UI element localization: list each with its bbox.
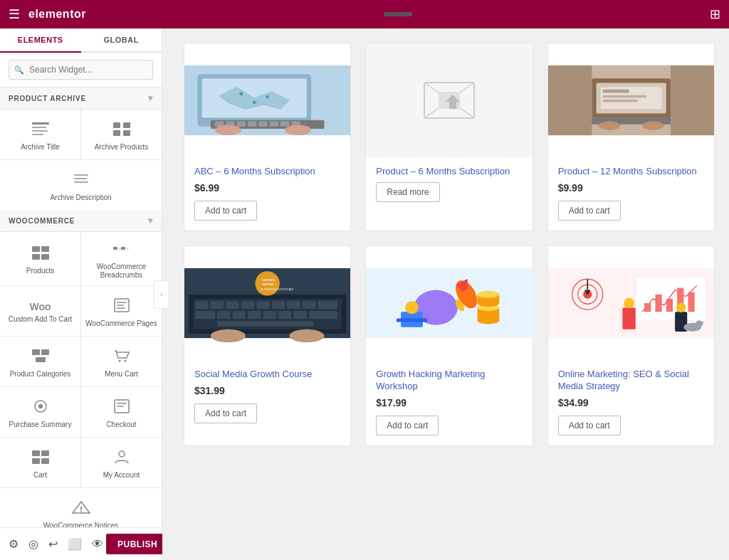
svg-rect-17: [121, 247, 125, 250]
svg-rect-4: [113, 122, 120, 128]
svg-rect-49: [237, 121, 246, 126]
widget-my-account[interactable]: My Account: [81, 438, 162, 487]
svg-rect-88: [233, 311, 246, 319]
svg-rect-11: [32, 246, 40, 252]
widget-cart[interactable]: Cart: [0, 438, 80, 487]
tab-elements[interactable]: ELEMENTS: [0, 28, 81, 53]
svg-rect-33: [32, 450, 40, 456]
my-account-label: My Account: [103, 471, 140, 480]
svg-rect-83: [287, 301, 300, 309]
svg-rect-32: [117, 406, 124, 407]
purchase-summary-label: Purchase Summary: [9, 421, 72, 429]
svg-rect-25: [36, 357, 46, 362]
hamburger-icon[interactable]: ☰: [9, 6, 20, 22]
read-more-button-2[interactable]: Read more: [376, 182, 439, 202]
svg-rect-81: [256, 301, 269, 309]
svg-rect-127: [622, 307, 635, 329]
product-categories-label: Product Categories: [10, 370, 71, 379]
widget-products[interactable]: Products: [0, 232, 80, 285]
archive-description-icon: [71, 171, 91, 190]
svg-point-27: [124, 359, 126, 361]
undo-icon[interactable]: ↩: [46, 534, 61, 554]
product-price-5: $17.99: [376, 397, 522, 408]
add-to-cart-button-4[interactable]: Add to cart: [194, 403, 257, 423]
svg-point-70: [598, 121, 620, 130]
svg-rect-118: [655, 295, 661, 312]
svg-rect-91: [278, 311, 291, 319]
widget-checkout[interactable]: Checkout: [81, 387, 162, 437]
svg-text:CERTIFI-: CERTIFI-: [262, 278, 276, 282]
product-archive-widgets: Archive Title Archive Products Archive D…: [0, 110, 162, 210]
widget-custom-add-to-cart[interactable]: Woo Custom Add To Cart: [0, 286, 80, 336]
add-to-cart-button-3[interactable]: Add to cart: [558, 201, 621, 221]
widget-archive-title[interactable]: Archive Title: [0, 110, 80, 159]
svg-point-55: [215, 125, 241, 135]
woocommerce-pages-label: WooCommerce Pages: [85, 319, 157, 328]
product-card-5: Growth Hacking Marketing Workshop $17.99…: [365, 245, 533, 446]
top-bar-right: ⊞: [710, 6, 720, 22]
product-card-2: Product – 6 Months Subscription Read mor…: [365, 43, 533, 231]
responsive-icon[interactable]: ⬜: [65, 534, 85, 554]
add-to-cart-button-1[interactable]: Add to cart: [194, 201, 257, 221]
svg-rect-87: [217, 311, 230, 319]
product-image-4: CERTIFI- CATION IS TRAINING CERTIFICATE: [184, 246, 350, 360]
add-to-cart-button-6[interactable]: Add to cart: [558, 416, 621, 435]
svg-rect-34: [41, 450, 49, 456]
product-card-4: CERTIFI- CATION IS TRAINING CERTIFICATE …: [184, 245, 351, 446]
svg-rect-80: [241, 301, 254, 309]
publish-button[interactable]: PUBLISH: [106, 534, 169, 554]
svg-point-44: [266, 95, 269, 99]
svg-rect-89: [248, 311, 261, 319]
section-woocommerce[interactable]: WOOCOMMERCE ▾: [0, 210, 162, 232]
product-card-6: Online Marketing: SEO & Social Media Str…: [547, 245, 715, 446]
product-card-3: Product – 12 Months Subscription $9.99 A…: [547, 43, 715, 231]
svg-text:›: ›: [127, 245, 129, 252]
svg-rect-24: [41, 349, 49, 355]
svg-point-113: [406, 301, 419, 314]
cart-icon: [31, 449, 51, 467]
svg-rect-12: [41, 246, 49, 252]
product-title-5: Growth Hacking Marketing Workshop: [376, 369, 522, 393]
preview-icon[interactable]: 👁: [89, 535, 106, 554]
widget-archive-products[interactable]: Archive Products: [81, 110, 162, 159]
bottom-icons: ⚙ ◎ ↩ ⬜ 👁: [6, 534, 106, 554]
widget-purchase-summary[interactable]: Purchase Summary: [0, 387, 80, 437]
svg-point-56: [285, 125, 311, 135]
product-image-5: [366, 246, 532, 360]
chevron-down-icon: ▾: [148, 93, 153, 103]
svg-text:›: ›: [119, 245, 121, 252]
widget-woocommerce-breadcrumbs[interactable]: ›› WooCommerce Breadcrumbs: [81, 232, 162, 285]
svg-rect-21: [117, 305, 124, 306]
product-title-4: Social Media Growth Course: [194, 369, 340, 381]
widget-product-categories[interactable]: Product Categories: [0, 337, 80, 386]
product-info-3: Product – 12 Months Subscription $9.99 A…: [548, 157, 714, 231]
history-icon[interactable]: ◎: [26, 534, 41, 554]
woocommerce-widgets: Products ›› WooCommerce Breadcrumbs Woo …: [0, 232, 162, 527]
product-info-6: Online Marketing: SEO & Social Media Str…: [548, 360, 714, 445]
tab-global[interactable]: GLOBAL: [81, 28, 162, 51]
svg-rect-6: [113, 130, 120, 136]
svg-rect-82: [272, 301, 285, 309]
widget-archive-description[interactable]: Archive Description: [0, 160, 162, 210]
svg-rect-117: [644, 303, 651, 312]
svg-rect-36: [41, 458, 49, 464]
svg-point-29: [38, 404, 43, 408]
add-to-cart-button-5[interactable]: Add to cart: [376, 416, 439, 435]
search-box: [0, 53, 162, 88]
grid-icon[interactable]: ⊞: [710, 6, 720, 22]
product-info-2: Product – 6 Months Subscription Read mor…: [366, 157, 532, 212]
widget-woocommerce-pages[interactable]: WooCommerce Pages: [81, 286, 162, 336]
svg-rect-78: [211, 301, 224, 309]
section-label-product-archive: PRODUCT ARCHIVE: [9, 95, 86, 102]
svg-rect-20: [117, 302, 127, 303]
svg-rect-3: [32, 134, 43, 135]
widget-menu-cart[interactable]: Menu Cart: [81, 337, 162, 386]
settings-icon[interactable]: ⚙: [6, 534, 21, 554]
svg-rect-35: [32, 458, 40, 464]
section-product-archive[interactable]: PRODUCT ARCHIVE ▾: [0, 88, 162, 110]
checkout-icon: [112, 398, 132, 417]
collapse-handle[interactable]: ‹: [154, 280, 169, 309]
product-info-1: ABC – 6 Months Subscription $6.99 Add to…: [184, 157, 350, 231]
search-input[interactable]: [9, 60, 153, 80]
widget-woocommerce-notices[interactable]: WooCommerce Notices: [0, 488, 162, 527]
